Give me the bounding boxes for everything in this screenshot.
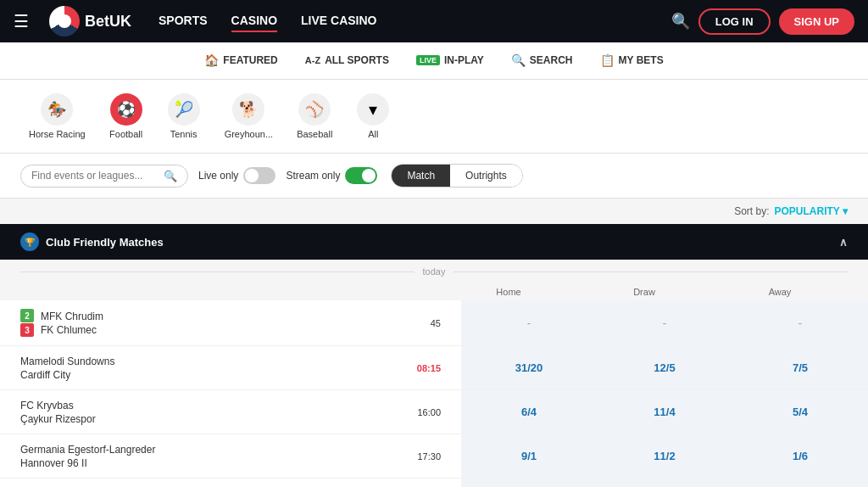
live-only-toggle-group: Live only [198,167,275,184]
table-row: 2 3 MFK Chrudim FK Chlumec 45 - - - [0,300,868,346]
second-navigation: 🏠 FEATURED A-Z ALL SPORTS LIVE IN-PLAY 🔍… [0,42,868,80]
match-time-live: 08:15 [417,363,441,373]
menu-button[interactable]: ☰ [14,11,29,31]
match-teams: Mamelodi Sundowns Cardiff City [20,355,114,381]
login-button[interactable]: LOG IN [698,8,771,35]
logo-icon [49,6,80,36]
away-col-header: Away [712,287,848,297]
team2-name: Çaykur Rizespor [20,413,96,425]
in-play-label: IN-PLAY [444,54,484,66]
search-nav-icon: 🔍 [511,53,526,67]
score-away: 3 [20,323,34,337]
match-info: Mamelodi Sundowns Cardiff City 08:15 [0,347,461,389]
logo[interactable]: BetUK [49,6,131,36]
outrights-button[interactable]: Outrights [450,165,522,187]
sport-all[interactable]: ▾ All [348,88,398,144]
baseball-label: Baseball [297,129,332,139]
odds-draw[interactable]: 12/5 [597,346,732,389]
live-only-toggle[interactable] [243,167,275,184]
home-icon: 🏠 [204,53,219,67]
featured-label: FEATURED [223,54,277,66]
nav-search[interactable]: 🔍 SEARCH [511,43,573,79]
nav-in-play[interactable]: LIVE IN-PLAY [416,44,484,78]
bet-type-group: Match Outrights [391,164,522,188]
football-icon: ⚽ [110,93,142,126]
match-info: 2 3 MFK Chrudim FK Chlumec 45 [0,300,461,345]
odds-away-value: 7/5 [793,361,808,374]
odds-home-value: 9/1 [521,450,537,462]
nav-live-casino[interactable]: LIVE CASINO [301,10,376,32]
match-button[interactable]: Match [392,165,450,187]
tennis-label: Tennis [170,129,198,139]
nav-right: 🔍 LOG IN SIGN UP [671,8,854,35]
sport-baseball[interactable]: ⚾ Baseball [288,88,341,144]
tennis-icon: 🎾 [168,93,200,126]
greyhounds-icon: 🐕 [232,93,264,126]
signup-button[interactable]: SIGN UP [779,8,854,35]
stream-only-label: Stream only [286,170,340,182]
search-icon: 🔍 [164,170,177,182]
odds-draw-value: 11/4 [654,406,675,418]
nav-featured[interactable]: 🏠 FEATURED [204,43,277,79]
odds-away[interactable]: 5/4 [732,390,868,434]
team2-name: Cardiff City [20,369,114,381]
odds-draw[interactable]: 11/2 [597,434,732,478]
team1-name: Germania Egestorf-Langreder [20,444,155,456]
sort-value[interactable]: POPULARITY ▾ [775,205,848,217]
bets-icon: 📋 [600,53,615,67]
odds-away[interactable]: 7/5 [732,346,868,389]
odds-draw[interactable]: 11/4 [597,390,732,434]
odds-home[interactable]: - [461,300,597,345]
match-time: 17:30 [417,451,441,462]
group-header[interactable]: 🏆 Club Friendly Matches ∧ [0,224,868,260]
odds-away-value: - [798,316,802,329]
search-box[interactable]: 🔍 [20,165,188,188]
top-navigation: ☰ BetUK SPORTS CASINO LIVE CASINO 🔍 LOG … [0,0,868,42]
odds-draw-value: 11/2 [654,450,675,462]
odds-draw[interactable]: - [597,300,732,345]
odds-draw-value: - [663,316,666,329]
date-label: today [423,266,446,277]
sport-tennis[interactable]: 🎾 Tennis [159,88,209,144]
group-icon: 🏆 [20,232,39,251]
all-icon: ▾ [357,93,389,126]
sports-bar: 🏇 Horse Racing ⚽ Football 🎾 Tennis 🐕 Gre… [0,80,868,154]
match-col-header [20,287,441,297]
odds-away-value: 5/4 [793,406,808,418]
group-title: Club Friendly Matches [46,236,164,249]
main-content: 🏆 Club Friendly Matches ∧ today Home Dra… [0,224,868,487]
table-row: FC Kryvbas Çaykur Rizespor 16:00 6/4 11/… [0,390,868,434]
match-info: UD Las Palmas Al Sadd (QAT) 17:30 [0,479,461,488]
odds-away[interactable]: - [732,300,868,345]
odds-home[interactable]: 31/20 [461,346,597,389]
odds-home[interactable]: 17/20 [461,479,597,487]
nav-links: SPORTS CASINO LIVE CASINO [159,10,377,32]
match-teams: MFK Chrudim FK Chlumec [41,311,103,336]
stream-only-knob [362,169,376,182]
search-label: SEARCH [530,54,573,66]
odds-home[interactable]: 9/1 [461,434,597,478]
horse-racing-label: Horse Racing [29,129,86,139]
odds-draw[interactable]: 5/2 [597,479,732,487]
live-only-label: Live only [198,170,238,182]
sport-greyhounds[interactable]: 🐕 Greyhoun... [216,88,281,144]
sport-horse-racing[interactable]: 🏇 Horse Racing [20,88,94,144]
nav-casino[interactable]: CASINO [231,10,277,32]
stream-only-toggle[interactable] [345,167,377,184]
odds-home-value: 6/4 [521,406,537,418]
team1-name: Mamelodi Sundowns [20,355,114,367]
nav-all-sports[interactable]: A-Z ALL SPORTS [305,44,389,78]
match-group-club-friendly: 🏆 Club Friendly Matches ∧ today Home Dra… [0,224,868,487]
odds-home[interactable]: 6/4 [461,390,597,434]
search-icon-button[interactable]: 🔍 [671,12,690,31]
odds-away[interactable]: 1/6 [732,434,868,478]
sort-label: Sort by: [734,205,769,217]
odds-away-value: 1/6 [793,450,808,462]
sport-football[interactable]: ⚽ Football [101,88,152,144]
nav-sports[interactable]: SPORTS [159,10,208,32]
odds-draw-value: 12/5 [654,361,675,374]
search-input[interactable] [31,170,159,182]
nav-my-bets[interactable]: 📋 MY BETS [600,43,664,79]
odds-away[interactable]: 13/5 [732,479,868,487]
odds-home-value: - [527,316,531,329]
